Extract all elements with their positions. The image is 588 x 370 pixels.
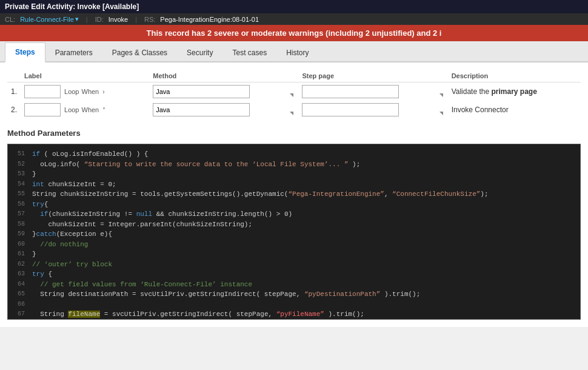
step-page-cell-2 (298, 101, 447, 119)
label-input-2[interactable] (24, 103, 61, 116)
when-label-1: When (82, 88, 99, 95)
col-label: Label (21, 70, 149, 82)
cl-value[interactable]: Rule-Connect-File ▾ (20, 15, 79, 23)
loop-when-1: Loop When › (64, 87, 106, 96)
step-page-input-1[interactable] (302, 85, 399, 98)
col-step-page: Step page (298, 70, 447, 82)
method-cell-2: Java (149, 101, 298, 119)
method-arrow-2 (290, 112, 293, 115)
rs-label: RS: (144, 16, 155, 23)
col-description: Description (448, 70, 581, 82)
loop-when-2: Loop When ˅ (64, 106, 107, 115)
code-editor[interactable]: 51 if ( oLog.isInfoEnabled() ) { 52 oLog… (7, 144, 581, 320)
steps-table: Label Method Step page Description 1. Lo… (7, 70, 581, 119)
code-line-60: 60 //do nothing (8, 240, 580, 250)
method-arrow-1 (290, 93, 293, 97)
step-label-cell-2: Loop When ˅ (21, 101, 149, 119)
code-line-61: 61 } (8, 249, 580, 260)
chevron-btn-2[interactable]: ˅ (101, 106, 107, 115)
tab-test-cases[interactable]: Test cases (222, 42, 276, 62)
id-label: ID: (95, 16, 104, 23)
code-line-57: 57 if(chunkSizeInString != null && chunk… (8, 209, 580, 220)
step-page-cell-1 (298, 82, 447, 101)
warning-text: This record has 2 severe or moderate war… (147, 29, 442, 38)
method-cell-1: Java (149, 82, 298, 101)
warning-bar: This record has 2 severe or moderate war… (0, 25, 588, 41)
tab-parameters[interactable]: Parameters (45, 42, 102, 62)
tab-steps[interactable]: Steps (5, 42, 45, 62)
code-line-51: 51 if ( oLog.isInfoEnabled() ) { (8, 149, 580, 160)
code-line-67: 67 String fileName = svcUtilPriv.getStri… (8, 309, 580, 320)
code-line-65: 65 String destinationPath = svcUtilPriv.… (8, 289, 580, 300)
method-select-2[interactable]: Java (153, 103, 250, 116)
code-line-66: 66 (8, 300, 580, 310)
loop-label-1: Loop (64, 88, 79, 95)
step-num-1: 1. (7, 82, 21, 101)
meta-bar: CL: Rule-Connect-File ▾ | ID: Invoke | R… (0, 13, 588, 25)
title-text: Private Edit Activity: Invoke [Available… (5, 2, 139, 11)
step-num-2: 2. (7, 101, 21, 119)
step-page-arrow-2 (439, 112, 443, 115)
code-line-52: 52 oLog.info( “Starting to write the sou… (8, 160, 580, 170)
code-line-54: 54 int chunkSizeInt = 0; (8, 180, 580, 190)
code-line-53: 53 } (8, 169, 580, 180)
loop-label-2: Loop (64, 106, 79, 113)
code-line-68: 68 (8, 320, 580, 320)
method-select-1[interactable]: Java (153, 85, 250, 98)
col-method: Method (149, 70, 298, 82)
label-input-1[interactable] (24, 85, 61, 98)
tab-security[interactable]: Security (177, 42, 222, 62)
step-label-cell-1: Loop When › (21, 82, 149, 101)
code-line-58: 58 chunkSizeInt = Integer.parseInt(chunk… (8, 220, 580, 230)
desc-text-1: Validate the primary page (452, 87, 537, 96)
code-line-62: 62 // ‘outer’ try block (8, 260, 580, 270)
code-line-56: 56 try{ (8, 200, 580, 210)
col-num (7, 70, 21, 82)
rs-value: Pega-IntegrationEngine:08-01-01 (160, 16, 259, 23)
step-page-arrow-1 (439, 93, 443, 97)
when-label-2: When (82, 106, 99, 113)
dropdown-icon: ▾ (75, 15, 79, 23)
chevron-btn-1[interactable]: › (101, 87, 105, 96)
code-line-55: 55 String chunkSizeInString = tools.getS… (8, 189, 580, 200)
step-page-input-2[interactable] (302, 103, 399, 116)
code-line-64: 64 // get field values from ‘Rule-Connec… (8, 280, 580, 290)
code-line-63: 63 try { (8, 269, 580, 280)
table-row: 1. Loop When › Java (7, 82, 581, 101)
code-line-59: 59 }catch(Exception e){ (8, 229, 580, 240)
desc-text-2: Invoke Connector (452, 106, 509, 114)
tabs-container: Steps Parameters Pages & Classes Securit… (0, 41, 588, 62)
tab-pages-classes[interactable]: Pages & Classes (102, 42, 177, 62)
description-1: Validate the primary page (448, 82, 581, 101)
tab-history[interactable]: History (276, 42, 318, 62)
table-row: 2. Loop When ˅ Java (7, 101, 581, 119)
description-2: Invoke Connector (448, 101, 581, 119)
main-content: Label Method Step page Description 1. Lo… (0, 62, 588, 327)
title-bar: Private Edit Activity: Invoke [Available… (0, 0, 588, 13)
section-title: Method Parameters (7, 129, 581, 138)
cl-label: CL: (5, 16, 15, 23)
id-value: Invoke (109, 16, 128, 23)
